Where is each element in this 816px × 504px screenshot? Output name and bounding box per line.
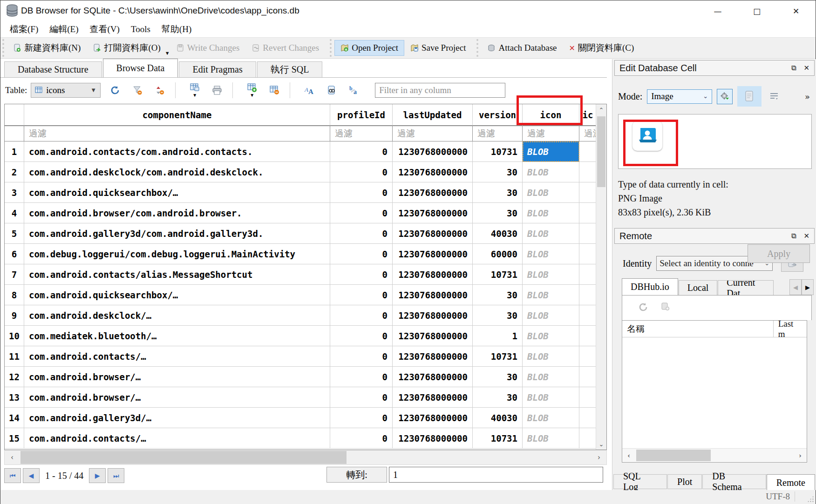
cell-componentName[interactable]: com.android.deskclock/… — [24, 305, 330, 326]
cell-profileId[interactable]: 0 — [330, 244, 393, 264]
maximize-button[interactable]: □ — [737, 0, 776, 21]
remote-clone-db-icon[interactable] — [660, 302, 671, 314]
cell-lastUpdated[interactable]: 1230768000000 — [393, 367, 473, 387]
table-row[interactable]: 8 com.android.quicksearchbox/… 0 1230768… — [5, 285, 596, 305]
cell-lastUpdated[interactable]: 1230768000000 — [393, 428, 473, 449]
clear-filters-button[interactable] — [129, 82, 145, 98]
next-page-button[interactable]: ▶ — [89, 468, 106, 483]
table-select[interactable]: icons ▼ — [31, 83, 101, 98]
filter-componentName[interactable]: 過濾 — [24, 126, 330, 141]
tab-sql-log[interactable]: SQL Log — [613, 474, 667, 489]
cell-profileId[interactable]: 0 — [330, 408, 393, 428]
cell-version[interactable]: 60000 — [473, 244, 523, 264]
minimize-button[interactable]: — — [698, 0, 737, 21]
remote-refresh-icon[interactable] — [638, 302, 648, 314]
col-lastUpdated[interactable]: lastUpdated — [393, 104, 473, 126]
cell-lastUpdated[interactable]: 1230768000000 — [393, 285, 473, 305]
apply-button[interactable]: Apply — [748, 244, 810, 263]
previous-page-button[interactable]: ◀ — [23, 468, 40, 483]
cell-icon-blob[interactable]: BLOB — [523, 264, 579, 285]
cell-version[interactable]: 30 — [473, 162, 523, 182]
cell-icon-blob[interactable]: BLOB — [523, 203, 579, 223]
scroll-left-icon[interactable]: ‹ — [622, 449, 635, 462]
goto-button[interactable]: 轉到: — [326, 467, 387, 483]
cell-lastUpdated[interactable]: 1230768000000 — [393, 326, 473, 346]
cell-componentName[interactable]: com.android.contacts/com.android.contact… — [24, 141, 330, 162]
cell-profileId[interactable]: 0 — [330, 141, 393, 162]
cell-profileId[interactable]: 0 — [330, 367, 393, 387]
cell-icon-blob[interactable]: BLOB — [523, 285, 579, 305]
menu-edit[interactable]: 編輯(E) — [44, 22, 84, 37]
cell-version[interactable]: 10731 — [473, 346, 523, 367]
cell-lastUpdated[interactable]: 1230768000000 — [393, 264, 473, 285]
goto-input[interactable] — [389, 467, 603, 483]
mode-select[interactable]: Image ⌄ — [647, 89, 712, 104]
cell-profileId[interactable]: 0 — [330, 326, 393, 346]
cell-lastUpdated[interactable]: 1230768000000 — [393, 387, 473, 408]
more-tools-chevron[interactable]: » — [805, 92, 813, 101]
last-page-button[interactable]: ⏭ — [108, 468, 124, 483]
cell-componentName[interactable]: com.android.browser/… — [24, 367, 330, 387]
cell-componentName[interactable]: com.android.gallery3d/com.android.galler… — [24, 223, 330, 244]
scroll-down-icon[interactable]: ⌄ — [596, 438, 606, 450]
cell-componentName[interactable]: com.android.deskclock/com.android.deskcl… — [24, 162, 330, 182]
cell-version[interactable]: 30 — [473, 285, 523, 305]
tab-local[interactable]: Local — [679, 280, 718, 295]
cell-icon-blob[interactable]: BLOB — [523, 428, 579, 449]
tab-remote[interactable]: Remote — [767, 474, 815, 491]
tab-browse-data[interactable]: Browse Data — [103, 59, 178, 77]
tab-scroll-right-icon[interactable]: ▶ — [802, 279, 814, 295]
cell-lastUpdated[interactable]: 1230768000000 — [393, 182, 473, 203]
horizontal-scrollbar[interactable]: ‹ › — [4, 450, 607, 465]
tab-dbhub[interactable]: DBHub.io — [622, 278, 678, 295]
col-version[interactable]: version — [473, 104, 523, 126]
table-row[interactable]: 5 com.android.gallery3d/com.android.gall… — [5, 223, 596, 244]
refresh-button[interactable] — [107, 82, 123, 98]
table-row[interactable]: 9 com.android.deskclock/… 0 123076800000… — [5, 305, 596, 326]
export-table-button[interactable]: ▼ — [187, 82, 203, 98]
insert-record-button[interactable]: ▼ — [244, 82, 260, 98]
cell-icon-blob[interactable]: BLOB — [523, 162, 579, 182]
table-row[interactable]: 13 com.android.browser/… 0 1230768000000… — [5, 387, 596, 408]
font-settings-button[interactable]: AA — [301, 82, 317, 98]
remote-scrollbar-thumb[interactable] — [636, 450, 711, 461]
cell-icon-blob[interactable]: BLOB — [523, 223, 579, 244]
filter-icon[interactable]: 過濾 — [523, 126, 579, 141]
word-wrap-button[interactable] — [766, 89, 782, 104]
tab-database-structure[interactable]: Database Structure — [4, 61, 102, 77]
cell-lastUpdated[interactable]: 1230768000000 — [393, 305, 473, 326]
cell-profileId[interactable]: 0 — [330, 203, 393, 223]
text-view-button[interactable] — [737, 86, 762, 107]
cell-lastUpdated[interactable]: 1230768000000 — [393, 141, 473, 162]
cell-componentName[interactable]: com.android.contacts/alias.MessageShortc… — [24, 264, 330, 285]
open-project-button[interactable]: Open Project — [334, 40, 404, 56]
cell-icon-blob[interactable]: BLOB — [523, 326, 579, 346]
menu-tools[interactable]: Tools — [125, 23, 156, 36]
filter-lastUpdated[interactable]: 過濾 — [393, 126, 473, 141]
cell-componentName[interactable]: com.android.browser/… — [24, 387, 330, 408]
table-row[interactable]: 6 com.debug.loggerui/com.debug.loggerui.… — [5, 244, 596, 264]
cell-profileId[interactable]: 0 — [330, 305, 393, 326]
cell-lastUpdated[interactable]: 1230768000000 — [393, 346, 473, 367]
cell-icon-blob[interactable]: BLOB — [523, 141, 579, 162]
cell-icon-blob[interactable]: BLOB — [523, 346, 579, 367]
cell-version[interactable]: 30 — [473, 305, 523, 326]
tab-execute-sql[interactable]: 執行 SQL — [257, 61, 323, 77]
cell-profileId[interactable]: 0 — [330, 387, 393, 408]
tab-current-database[interactable]: Current Dat — [718, 280, 774, 295]
cell-componentName[interactable]: com.mediatek.bluetooth/… — [24, 326, 330, 346]
delete-record-button[interactable] — [266, 82, 282, 98]
remote-col-name[interactable]: 名稱 — [622, 321, 774, 337]
save-project-button[interactable]: Save Project — [404, 40, 472, 56]
filter-partial[interactable]: 過濾 — [579, 126, 596, 141]
table-row[interactable]: 14 com.android.gallery3d/… 0 12307680000… — [5, 408, 596, 428]
cell-icon-blob[interactable]: BLOB — [523, 182, 579, 203]
cell-icon-blob[interactable]: BLOB — [523, 305, 579, 326]
cell-profileId[interactable]: 0 — [330, 162, 393, 182]
horizontal-scrollbar-thumb[interactable] — [20, 451, 347, 464]
open-database-dropdown-caret[interactable]: ▼ — [165, 50, 170, 57]
filter-version[interactable]: 過濾 — [473, 126, 523, 141]
cell-componentName[interactable]: com.android.browser/com.android.browser. — [24, 203, 330, 223]
filter-profileId[interactable]: 過濾 — [330, 126, 393, 141]
cell-profileId[interactable]: 0 — [330, 346, 393, 367]
